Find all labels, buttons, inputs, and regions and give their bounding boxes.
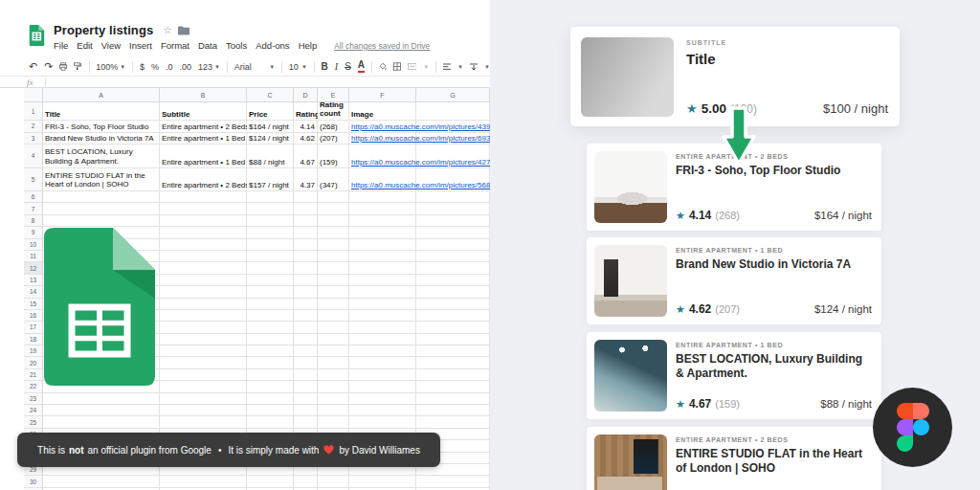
sheet-cell[interactable]: $124 / night: [247, 133, 294, 145]
sheet-cell[interactable]: [43, 215, 160, 227]
sheet-cell[interactable]: [318, 405, 349, 416]
sheet-cell[interactable]: [247, 357, 294, 368]
sheet-cell[interactable]: [416, 102, 490, 121]
sheet-cell[interactable]: [247, 381, 294, 392]
sheet-cell[interactable]: [318, 227, 349, 238]
sheet-cell[interactable]: [349, 227, 416, 238]
sheet-cell[interactable]: [294, 299, 318, 310]
sheet-cell[interactable]: [247, 393, 294, 405]
row-header-10[interactable]: 10: [24, 239, 43, 251]
row-header-8[interactable]: 8: [24, 215, 43, 227]
sheet-cell[interactable]: [160, 299, 247, 310]
sheet-cell[interactable]: Entire apartment • 2 Beds: [160, 121, 247, 133]
sheet-cell[interactable]: [247, 369, 294, 381]
listing-card[interactable]: ENTIRE APARTMENT • 1 BED Brand New Studi…: [587, 237, 881, 324]
sheet-cell[interactable]: [294, 393, 318, 405]
sheet-cell[interactable]: [247, 251, 294, 262]
sheet-cell[interactable]: (207): [318, 133, 349, 145]
sheet-cell[interactable]: [247, 262, 294, 274]
sheet-cell[interactable]: [318, 275, 349, 286]
sheet-cell[interactable]: [160, 405, 247, 416]
sheet-cell[interactable]: [247, 203, 294, 214]
sheet-cell[interactable]: 3: [24, 133, 43, 145]
redo-icon[interactable]: ↷: [44, 61, 53, 72]
sheet-cell[interactable]: [318, 393, 349, 405]
sheet-cell[interactable]: [160, 393, 247, 405]
sheet-cell[interactable]: [24, 88, 43, 102]
sheet-cell-link[interactable]: https://a0.muscache.com/im/pictures/4399…: [349, 121, 416, 133]
sheet-cell[interactable]: [160, 251, 247, 262]
column-header-D[interactable]: D: [294, 88, 318, 102]
sheet-cell[interactable]: [318, 416, 349, 428]
row-header-9[interactable]: 9: [24, 227, 43, 238]
sheets-file-icon[interactable]: [29, 25, 45, 46]
sheet-cell[interactable]: [43, 405, 160, 416]
sheet-cell[interactable]: [294, 416, 318, 428]
sheet-cell[interactable]: [294, 369, 318, 381]
sheet-cell[interactable]: [349, 476, 416, 487]
sheet-cell[interactable]: [247, 334, 294, 345]
sheet-cell[interactable]: [318, 345, 349, 357]
sheet-cell[interactable]: [294, 239, 318, 251]
sheet-cell[interactable]: Entire apartment • 2 Beds: [160, 168, 247, 192]
sheet-cell[interactable]: [318, 310, 349, 322]
sheet-cell[interactable]: [349, 203, 416, 214]
menu-edit[interactable]: Edit: [77, 40, 92, 51]
column-header-E[interactable]: E: [318, 88, 349, 102]
column-header-A[interactable]: A: [43, 88, 160, 102]
sheet-cell[interactable]: $157 / night: [247, 168, 294, 192]
sheet-cell[interactable]: [416, 262, 490, 274]
sheet-cell[interactable]: [247, 215, 294, 227]
sheet-cell[interactable]: [416, 203, 490, 214]
bold-button[interactable]: B: [322, 62, 328, 72]
sheet-cell[interactable]: Title: [43, 102, 160, 121]
sheet-cell[interactable]: [247, 286, 294, 298]
sheet-cell[interactable]: [294, 476, 318, 487]
sheet-cell[interactable]: 5: [24, 168, 43, 192]
sheet-cell[interactable]: [160, 345, 247, 357]
row-header-13[interactable]: 13: [24, 275, 43, 286]
sheet-cell[interactable]: [294, 262, 318, 274]
sheet-cell[interactable]: [318, 334, 349, 345]
number-format-select[interactable]: 123▼: [198, 62, 220, 72]
sheet-cell[interactable]: [349, 310, 416, 322]
sheet-cell[interactable]: [349, 334, 416, 345]
sheet-cell[interactable]: [349, 239, 416, 251]
row-header-11[interactable]: 11: [24, 251, 43, 262]
sheet-cell[interactable]: BEST LOCATION, Luxury Building & Apartme…: [43, 145, 160, 168]
sheet-cell[interactable]: [160, 357, 247, 368]
sheet-cell[interactable]: [416, 310, 490, 322]
sheet-cell[interactable]: [416, 416, 490, 428]
sheet-cell[interactable]: $88 / night: [247, 145, 294, 168]
text-color-button[interactable]: A: [358, 60, 365, 73]
sheet-cell[interactable]: Entire apartment • 1 Bed: [160, 133, 247, 145]
sheet-cell[interactable]: [247, 416, 294, 428]
horizontal-align-icon[interactable]: [443, 62, 451, 72]
doc-title[interactable]: Property listings: [54, 23, 153, 37]
sheet-cell[interactable]: [416, 334, 490, 345]
sheet-cell[interactable]: [416, 322, 490, 333]
menu-help[interactable]: Help: [299, 40, 318, 51]
sheet-cell[interactable]: Rating: [294, 102, 318, 121]
sheet-cell[interactable]: [349, 393, 416, 405]
sheet-cell[interactable]: 2: [24, 121, 43, 133]
format-percent-button[interactable]: %: [151, 62, 159, 72]
menu-file[interactable]: File: [54, 40, 68, 51]
fill-color-icon[interactable]: [379, 61, 387, 72]
row-header-7[interactable]: 7: [24, 203, 43, 214]
font-size-select[interactable]: 10▼: [289, 62, 307, 72]
sheet-cell[interactable]: [294, 203, 318, 214]
sheet-cell[interactable]: [160, 476, 247, 487]
sheet-cell-link[interactable]: https://a0.muscache.com/im/pictures/6934…: [349, 133, 416, 145]
zoom-select[interactable]: 100%▼: [96, 62, 125, 72]
strikethrough-button[interactable]: S: [345, 62, 351, 72]
menu-data[interactable]: Data: [198, 40, 217, 51]
sheet-cell[interactable]: [349, 275, 416, 286]
row-header-18[interactable]: 18: [24, 334, 43, 345]
sheet-cell[interactable]: [247, 345, 294, 357]
sheet-cell[interactable]: [247, 299, 294, 310]
sheet-cell[interactable]: [294, 334, 318, 345]
format-currency-button[interactable]: $: [140, 62, 145, 72]
sheet-cell[interactable]: [43, 393, 160, 405]
sheet-cell[interactable]: [318, 476, 349, 487]
